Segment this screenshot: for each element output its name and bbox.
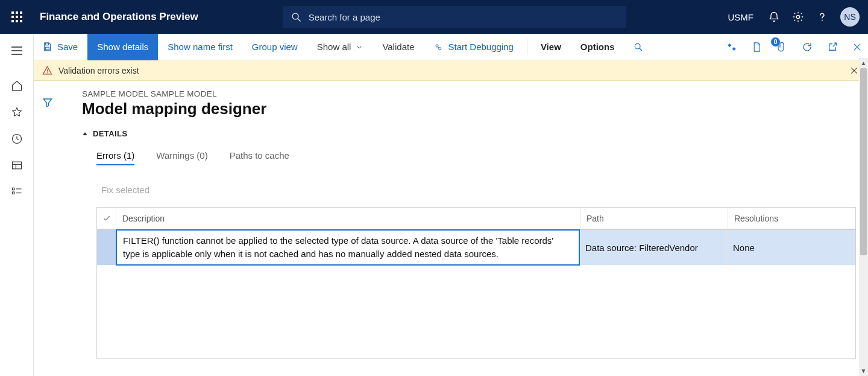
rail-home-button[interactable]: [0, 72, 34, 99]
hamburger-icon: [11, 46, 22, 55]
search-icon: [634, 42, 643, 52]
user-avatar[interactable]: NS: [840, 7, 860, 27]
rail-favorites-button[interactable]: [0, 99, 34, 126]
validate-button[interactable]: Validate: [373, 34, 424, 60]
header-path[interactable]: Path: [580, 208, 728, 229]
scroll-up-arrow[interactable]: ▲: [859, 58, 868, 68]
debug-icon: [433, 42, 443, 52]
clock-icon: [11, 133, 23, 145]
collapse-icon: [82, 131, 88, 137]
diamonds-icon: [726, 42, 737, 53]
check-icon: [102, 214, 111, 223]
close-page-button[interactable]: [852, 42, 862, 52]
rail-workspaces-button[interactable]: [0, 152, 34, 179]
validation-message-text: Validation errors exist: [58, 66, 139, 75]
app-launcher-button[interactable]: [0, 0, 34, 34]
rail-modules-button[interactable]: [0, 179, 34, 205]
tab-errors[interactable]: Errors (1): [96, 150, 134, 165]
start-debugging-label: Start Debugging: [448, 42, 513, 52]
funnel-icon: [42, 97, 53, 108]
notifications-button[interactable]: [768, 0, 780, 34]
header-description[interactable]: Description: [116, 208, 580, 229]
bell-icon: [768, 11, 780, 23]
svg-point-17: [436, 45, 438, 47]
scroll-down-arrow[interactable]: ▼: [859, 366, 868, 376]
scroll-thumb[interactable]: [860, 68, 867, 255]
fix-selected-button: Fix selected: [101, 185, 856, 195]
attachments-button[interactable]: 0: [776, 42, 787, 53]
waffle-icon: [11, 11, 22, 22]
svg-rect-11: [12, 188, 14, 190]
action-search-button[interactable]: [624, 34, 653, 60]
workspace-icon: [11, 159, 23, 171]
svg-point-3: [822, 20, 823, 21]
rail-recent-button[interactable]: [0, 126, 34, 152]
action-bar: Save Show details Show name first Group …: [34, 34, 868, 60]
svg-point-2: [796, 15, 799, 18]
show-details-button[interactable]: Show details: [87, 34, 158, 60]
settings-button[interactable]: [792, 0, 804, 34]
cell-resolutions: None: [727, 230, 855, 265]
star-icon: [11, 106, 23, 118]
save-button[interactable]: Save: [34, 34, 87, 60]
svg-line-20: [640, 48, 642, 51]
svg-rect-8: [12, 162, 21, 169]
attachments-badge: 0: [771, 37, 780, 46]
validation-message-bar: Validation errors exist: [34, 60, 868, 81]
left-nav-rail: [0, 34, 34, 376]
gear-icon: [792, 11, 804, 23]
vertical-scrollbar[interactable]: ▲ ▼: [859, 58, 868, 376]
company-code[interactable]: USMF: [726, 0, 756, 34]
svg-rect-16: [46, 43, 49, 45]
app-title: Finance and Operations Preview: [40, 11, 198, 23]
row-checkbox[interactable]: [97, 230, 116, 265]
svg-rect-12: [12, 192, 14, 194]
group-view-button[interactable]: Group view: [242, 34, 307, 60]
page-options-button[interactable]: [752, 42, 762, 53]
popout-button[interactable]: [827, 42, 838, 53]
page-title: Model mapping designer: [82, 100, 856, 118]
save-label: Save: [57, 42, 78, 52]
customize-icon-button[interactable]: [726, 42, 737, 53]
options-menu[interactable]: Options: [571, 34, 624, 60]
errors-grid: Description Path Resolutions FILTER() fu…: [96, 207, 856, 359]
show-all-label: Show all: [317, 42, 351, 52]
search-icon: [291, 12, 301, 22]
view-menu[interactable]: View: [531, 34, 571, 60]
grid-empty-area: [97, 265, 855, 358]
svg-rect-15: [46, 47, 49, 49]
filter-pane-toggle[interactable]: [34, 89, 61, 116]
chevron-down-icon: [356, 43, 363, 51]
question-icon: [816, 11, 828, 23]
nav-toggle-button[interactable]: [0, 37, 34, 64]
svg-line-1: [297, 18, 300, 21]
show-name-first-button[interactable]: Show name first: [158, 34, 242, 60]
select-all-checkbox[interactable]: [97, 208, 116, 229]
save-icon: [42, 42, 52, 52]
cell-path: Data source: FilteredVendor: [579, 230, 727, 265]
warning-triangle-icon: [42, 65, 52, 75]
details-section-toggle[interactable]: DETAILS: [82, 129, 856, 138]
start-debugging-button[interactable]: Start Debugging: [424, 34, 523, 60]
refresh-icon: [802, 42, 813, 53]
refresh-button[interactable]: [802, 42, 813, 53]
help-button[interactable]: [816, 0, 828, 34]
header-resolutions[interactable]: Resolutions: [728, 208, 855, 229]
popout-icon: [827, 42, 838, 53]
show-all-dropdown[interactable]: Show all: [307, 34, 373, 60]
grid-row[interactable]: FILTER() function cannot be applied to t…: [97, 229, 855, 265]
svg-point-0: [292, 13, 298, 19]
global-search-placeholder: Search for a page: [309, 12, 380, 22]
tab-paths-to-cache[interactable]: Paths to cache: [230, 150, 289, 165]
details-header-label: DETAILS: [93, 129, 127, 138]
breadcrumb: SAMPLE MODEL SAMPLE MODEL: [82, 89, 856, 98]
global-search-input[interactable]: Search for a page: [283, 6, 626, 28]
svg-point-19: [635, 43, 641, 49]
details-tabs: Errors (1) Warnings (0) Paths to cache: [96, 150, 856, 165]
svg-point-24: [47, 72, 48, 73]
page-icon: [752, 42, 762, 53]
cell-description[interactable]: FILTER() function cannot be applied to t…: [116, 229, 580, 266]
tab-warnings[interactable]: Warnings (0): [156, 150, 207, 165]
message-close-button[interactable]: [850, 66, 858, 75]
x-icon: [852, 42, 862, 52]
